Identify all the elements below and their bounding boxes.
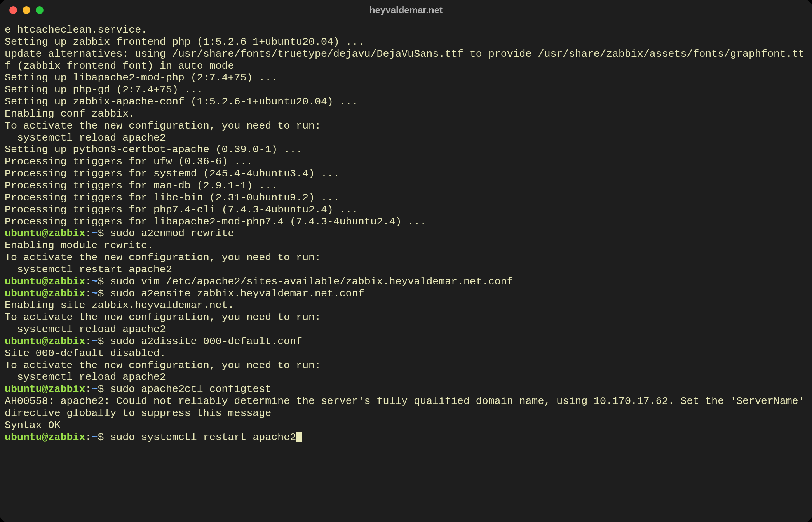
terminal-output-line: Syntax OK (5, 419, 807, 432)
minimize-icon[interactable] (23, 6, 30, 14)
prompt-colon: : (85, 276, 92, 287)
terminal-output-line: Setting up zabbix-frontend-php (1:5.2.6-… (5, 36, 807, 48)
cursor-icon (296, 432, 302, 442)
output-text: e-htcacheclean.service. (5, 24, 147, 36)
terminal-output-line: systemctl reload apache2 (5, 371, 807, 383)
terminal-output-line: Processing triggers for ufw (0.36-6) ... (5, 156, 807, 168)
terminal-output-line: To activate the new configuration, you n… (5, 120, 807, 132)
terminal-prompt-line: ubuntu@zabbix:~$ sudo apache2ctl configt… (5, 383, 807, 395)
prompt-colon: : (85, 288, 92, 299)
terminal-output-line: To activate the new configuration, you n… (5, 252, 807, 264)
prompt-symbol: $ (98, 276, 110, 287)
terminal-window: heyvaldemar.net e-htcacheclean.service.S… (0, 0, 812, 522)
prompt-path: ~ (91, 228, 98, 239)
zoom-icon[interactable] (36, 6, 44, 14)
output-text: Setting up python3-certbot-apache (0.39.… (5, 144, 302, 155)
terminal-prompt-line: ubuntu@zabbix:~$ sudo vim /etc/apache2/s… (5, 276, 807, 288)
output-text: Site 000-default disabled. (5, 348, 166, 359)
output-text: Processing triggers for man-db (2.9.1-1)… (5, 180, 277, 191)
prompt-user: ubuntu (5, 288, 42, 299)
terminal-output-line: systemctl restart apache2 (5, 264, 807, 276)
terminal-output-line: Processing triggers for libc-bin (2.31-0… (5, 192, 807, 204)
terminal-output-line: update-alternatives: using /usr/share/fo… (5, 48, 807, 72)
terminal-output-line: Processing triggers for php7.4-cli (7.4.… (5, 204, 807, 216)
terminal-output-line: Site 000-default disabled. (5, 348, 807, 360)
prompt-path: ~ (91, 276, 98, 287)
terminal-output-line: Enabling site zabbix.heyvaldemar.net. (5, 299, 807, 311)
output-text: Enabling conf zabbix. (5, 108, 135, 120)
prompt-user: ubuntu (5, 228, 42, 239)
prompt-symbol: $ (98, 432, 110, 443)
output-text: Processing triggers for php7.4-cli (7.4.… (5, 204, 358, 216)
prompt-user: ubuntu (5, 276, 42, 287)
output-text: Syntax OK (5, 419, 61, 431)
output-text: systemctl reload apache2 (5, 132, 166, 144)
terminal-output-line: Setting up php-gd (2:7.4+75) ... (5, 84, 807, 96)
prompt-colon: : (85, 383, 92, 395)
traffic-lights (9, 6, 44, 14)
prompt-user: ubuntu (5, 432, 42, 443)
output-text: Setting up zabbix-apache-conf (1:5.2.6-1… (5, 96, 358, 108)
terminal-body[interactable]: e-htcacheclean.service.Setting up zabbix… (0, 20, 812, 451)
titlebar[interactable]: heyvaldemar.net (0, 0, 812, 20)
output-text: AH00558: apache2: Could not reliably det… (5, 395, 811, 419)
output-text: To activate the new configuration, you n… (5, 252, 321, 263)
command-text: sudo a2ensite zabbix.heyvaldemar.net.con… (110, 288, 364, 299)
prompt-symbol: $ (98, 336, 110, 347)
output-text: Enabling site zabbix.heyvaldemar.net. (5, 299, 234, 311)
prompt-at: @ (42, 276, 48, 287)
prompt-at: @ (42, 383, 48, 395)
prompt-at: @ (42, 228, 48, 239)
prompt-symbol: $ (98, 288, 110, 299)
terminal-prompt-line: ubuntu@zabbix:~$ sudo a2dissite 000-defa… (5, 336, 807, 348)
output-text: Processing triggers for ufw (0.36-6) ... (5, 156, 253, 167)
output-text: Processing triggers for libapache2-mod-p… (5, 216, 426, 228)
prompt-user: ubuntu (5, 336, 42, 347)
output-text: To activate the new configuration, you n… (5, 311, 321, 323)
terminal-output-line: e-htcacheclean.service. (5, 24, 807, 36)
close-icon[interactable] (9, 6, 17, 14)
terminal-prompt-line: ubuntu@zabbix:~$ sudo a2ensite zabbix.he… (5, 288, 807, 300)
output-text: Setting up libapache2-mod-php (2:7.4+75)… (5, 72, 277, 84)
prompt-at: @ (42, 432, 48, 443)
terminal-output-line: Processing triggers for systemd (245.4-4… (5, 168, 807, 180)
command-text: sudo a2enmod rewrite (110, 228, 234, 239)
window-title: heyvaldemar.net (369, 5, 443, 16)
prompt-at: @ (42, 336, 48, 347)
command-text: sudo systemctl restart apache2 (110, 432, 296, 443)
prompt-symbol: $ (98, 383, 110, 395)
prompt-colon: : (85, 336, 92, 347)
terminal-output-line: Enabling conf zabbix. (5, 108, 807, 120)
output-text: To activate the new configuration, you n… (5, 120, 321, 132)
output-text: Processing triggers for libc-bin (2.31-0… (5, 192, 340, 204)
terminal-output-line: Processing triggers for man-db (2.9.1-1)… (5, 180, 807, 192)
prompt-host: zabbix (48, 336, 85, 347)
output-text: update-alternatives: using /usr/share/fo… (5, 48, 805, 72)
prompt-path: ~ (91, 336, 98, 347)
prompt-host: zabbix (48, 228, 85, 239)
command-text: sudo apache2ctl configtest (110, 383, 271, 395)
terminal-output-line: Enabling module rewrite. (5, 240, 807, 252)
output-text: systemctl restart apache2 (5, 264, 172, 275)
command-text: sudo a2dissite 000-default.conf (110, 336, 302, 347)
prompt-host: zabbix (48, 383, 85, 395)
terminal-prompt-line: ubuntu@zabbix:~$ sudo systemctl restart … (5, 432, 807, 444)
output-text: Setting up php-gd (2:7.4+75) ... (5, 84, 203, 96)
prompt-host: zabbix (48, 432, 85, 443)
command-text: sudo vim /etc/apache2/sites-available/za… (110, 276, 513, 287)
prompt-path: ~ (91, 432, 98, 443)
terminal-prompt-line: ubuntu@zabbix:~$ sudo a2enmod rewrite (5, 228, 807, 240)
terminal-output-line: Setting up zabbix-apache-conf (1:5.2.6-1… (5, 96, 807, 108)
output-text: systemctl reload apache2 (5, 371, 166, 383)
terminal-output-line: systemctl reload apache2 (5, 132, 807, 144)
terminal-output-line: To activate the new configuration, you n… (5, 360, 807, 372)
terminal-output-line: AH00558: apache2: Could not reliably det… (5, 395, 807, 419)
output-text: Processing triggers for systemd (245.4-4… (5, 168, 340, 179)
prompt-colon: : (85, 432, 92, 443)
terminal-output-line: Setting up python3-certbot-apache (0.39.… (5, 144, 807, 156)
output-text: systemctl reload apache2 (5, 324, 166, 335)
prompt-user: ubuntu (5, 383, 42, 395)
prompt-host: zabbix (48, 276, 85, 287)
terminal-output-line: systemctl reload apache2 (5, 324, 807, 336)
prompt-colon: : (85, 228, 92, 239)
